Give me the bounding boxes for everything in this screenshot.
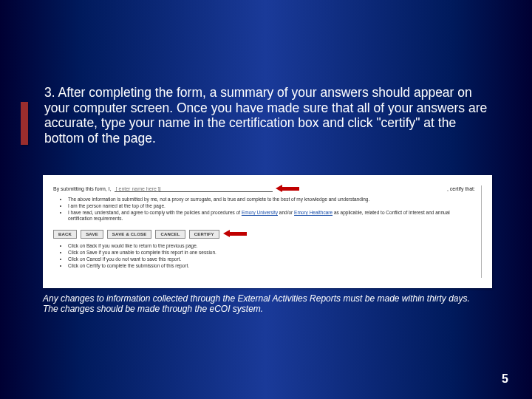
slide: 3. After completing the form, a summary … <box>0 0 532 399</box>
intro-suffix: , certify that: <box>447 186 475 191</box>
accent-bar <box>21 102 28 145</box>
intro-prefix: By submitting this form, I, <box>53 186 112 191</box>
arrow-left-icon <box>276 185 299 192</box>
list-item: I am the person named at the top of the … <box>68 203 475 209</box>
list-item: Click on Back if you would like to retur… <box>68 243 475 249</box>
form-content: By submitting this form, I, [ enter name… <box>53 185 482 278</box>
save-button[interactable]: SAVE <box>81 230 103 239</box>
list-item: Click on Certify to complete the submiss… <box>68 263 475 269</box>
form-screenshot: By submitting this form, I, [ enter name… <box>43 175 492 288</box>
list-item: The above information is submitted by me… <box>68 197 475 202</box>
arrow-left-icon <box>223 231 247 237</box>
link-emory-university[interactable]: Emory University <box>242 210 278 215</box>
cancel-button[interactable]: CANCEL <box>155 230 185 239</box>
footer-line-1: Any changes to information collected thr… <box>43 293 470 304</box>
link-emory-healthcare[interactable]: Emory Healthcare <box>294 210 332 215</box>
certification-intro: By submitting this form, I, [ enter name… <box>53 185 475 192</box>
instruction-text: 3. After completing the form, a summary … <box>44 85 488 146</box>
button-row: BACK SAVE SAVE & CLOSE CANCEL CERTIFY <box>53 230 475 239</box>
name-placeholder: [ enter name here ] <box>116 186 160 191</box>
certify-button[interactable]: CERTIFY <box>189 230 219 239</box>
instruction-bullets: Click on Back if you would like to retur… <box>53 243 475 269</box>
list-item: I have read, understand, and agree to co… <box>68 210 475 222</box>
certification-bullets: The above information is submitted by me… <box>53 197 475 222</box>
footer-note: Any changes to information collected thr… <box>43 294 492 315</box>
name-input[interactable]: [ enter name here ]| <box>115 186 273 192</box>
back-button[interactable]: BACK <box>53 230 77 239</box>
page-number: 5 <box>502 372 508 386</box>
list-item: Click on Cancel if you do not want to sa… <box>68 256 475 262</box>
list-item: Click on Save if you are unable to compl… <box>68 250 475 256</box>
save-close-button[interactable]: SAVE & CLOSE <box>107 230 152 239</box>
footer-line-2: The changes should be made through the e… <box>43 304 263 314</box>
